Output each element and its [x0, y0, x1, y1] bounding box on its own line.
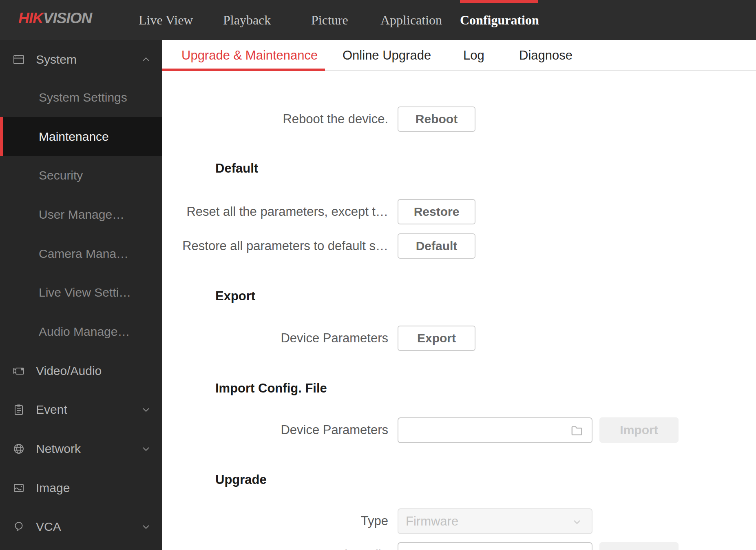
tab-log[interactable]: Log	[463, 40, 484, 71]
import-device-parameters-label: Device Parameters	[162, 417, 388, 443]
lightbulb-icon	[12, 520, 25, 533]
logo-vision: VISION	[43, 10, 92, 27]
reboot-button[interactable]: Reboot	[398, 106, 475, 132]
sidebar-item-security[interactable]: Security	[0, 156, 162, 195]
tab-online-upgrade[interactable]: Online Upgrade	[343, 40, 431, 71]
import-section-heading: Import Config. File	[215, 382, 327, 395]
sidebar-item-image[interactable]: Image	[0, 468, 162, 508]
sidebar-item-label: VCA	[36, 520, 61, 534]
sidebar-item-video-audio[interactable]: Video/Audio	[0, 351, 162, 390]
nav-application[interactable]: Application	[380, 0, 442, 40]
sidebar-item-camera-management[interactable]: Camera Mana…	[0, 234, 162, 273]
sidebar-item-label: Maintenance	[39, 130, 109, 144]
restore-label: Reset all the parameters, except t…	[162, 199, 388, 224]
sidebar-item-label: Live View Setti…	[39, 286, 131, 299]
tab-diagnose[interactable]: Diagnose	[519, 40, 573, 71]
sidebar-item-event[interactable]: Event	[0, 390, 162, 429]
chevron-down-icon	[140, 443, 152, 455]
restore-button[interactable]: Restore	[398, 199, 475, 224]
import-file-input[interactable]	[398, 417, 592, 443]
chevron-down-icon	[140, 404, 152, 415]
nav-live-view[interactable]: Live View	[139, 0, 193, 40]
sidebar-item-system-settings[interactable]: System Settings	[0, 78, 162, 117]
globe-icon	[12, 442, 25, 455]
sidebar: System System Settings Maintenance Secur…	[0, 40, 162, 550]
default-button[interactable]: Default	[398, 233, 475, 259]
nav-picture[interactable]: Picture	[311, 0, 348, 40]
sidebar-item-user-management[interactable]: User Manage…	[0, 195, 162, 234]
import-file-field	[398, 417, 592, 443]
top-bar: HIKVISION Live View Playback Picture App…	[0, 0, 756, 40]
select-file-label: Select File	[162, 542, 388, 550]
sidebar-item-label: Image	[36, 481, 70, 495]
folder-browse-icon[interactable]	[570, 548, 584, 550]
sidebar-item-system[interactable]: System	[0, 40, 162, 79]
reboot-label: Reboot the device.	[162, 106, 388, 132]
hikvision-config-page: HIKVISION Live View Playback Picture App…	[0, 0, 756, 550]
tab-upgrade-maintenance[interactable]: Upgrade & Maintenance	[181, 40, 318, 71]
upgrade-button[interactable]: Upgrade	[599, 542, 679, 550]
chevron-down-icon	[571, 517, 583, 528]
sidebar-item-vca[interactable]: VCA	[0, 507, 162, 546]
picture-icon	[12, 481, 25, 495]
export-button[interactable]: Export	[398, 326, 475, 351]
sidebar-item-label: System Settings	[39, 91, 127, 104]
clipboard-icon	[12, 403, 25, 416]
firmware-type-select[interactable]: Firmware	[398, 508, 592, 534]
upgrade-file-input[interactable]	[398, 542, 592, 550]
tab-bar: Upgrade & Maintenance Online Upgrade Log…	[162, 40, 756, 71]
sidebar-item-audio-management[interactable]: Audio Manage…	[0, 312, 162, 351]
hikvision-logo: HIKVISION	[18, 10, 92, 27]
export-section-heading: Export	[215, 290, 255, 303]
sidebar-item-network[interactable]: Network	[0, 429, 162, 468]
logo-hik: HIK	[18, 10, 43, 27]
sidebar-item-label: System	[36, 53, 77, 67]
nav-configuration[interactable]: Configuration	[460, 0, 539, 40]
main-panel: Upgrade & Maintenance Online Upgrade Log…	[162, 40, 756, 550]
default-section-heading: Default	[215, 162, 258, 175]
import-button[interactable]: Import	[599, 417, 679, 443]
nav-playback[interactable]: Playback	[223, 0, 271, 40]
sidebar-item-label: User Manage…	[39, 208, 124, 222]
sidebar-item-label: Security	[39, 169, 83, 182]
sidebar-item-label: Audio Manage…	[39, 325, 130, 339]
sidebar-item-live-view-settings[interactable]: Live View Setti…	[0, 273, 162, 312]
active-nav-indicator	[460, 0, 538, 3]
chevron-up-icon	[140, 54, 152, 65]
sidebar-item-label: Event	[36, 403, 67, 417]
folder-browse-icon[interactable]	[570, 424, 584, 437]
sidebar-item-maintenance[interactable]: Maintenance	[0, 117, 162, 156]
upgrade-maintenance-content: Reboot the device. Reboot Default Reset …	[162, 71, 756, 550]
firmware-type-value: Firmware	[406, 514, 458, 529]
chevron-down-icon	[140, 521, 152, 532]
sidebar-item-label: Video/Audio	[36, 364, 102, 378]
window-icon	[12, 53, 25, 66]
export-device-parameters-label: Device Parameters	[162, 326, 388, 351]
upgrade-file-field	[398, 542, 592, 550]
default-label: Restore all parameters to default s…	[162, 233, 388, 259]
video-camera-icon	[12, 364, 25, 377]
sidebar-item-label: Camera Mana…	[39, 247, 128, 261]
sidebar-item-label: Network	[36, 442, 81, 456]
upgrade-section-heading: Upgrade	[215, 473, 267, 486]
type-label: Type	[162, 508, 388, 534]
